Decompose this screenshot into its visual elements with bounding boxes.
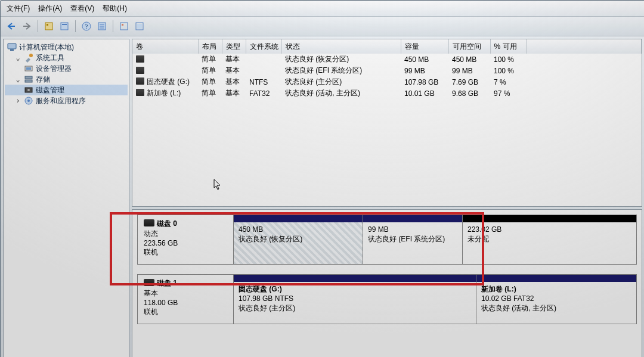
- menu-help[interactable]: 帮助(H): [103, 4, 127, 14]
- partition-status: 状态良好 (主分区): [239, 303, 471, 313]
- volume-cell: 状态良好 (主分区): [281, 76, 401, 88]
- menu-view[interactable]: 查看(V): [70, 4, 94, 14]
- volume-list-header[interactable]: 卷 布局 类型 文件系统 状态 容量 可用空间 % 可用: [132, 39, 642, 54]
- partition-status: 状态良好 (活动, 主分区): [481, 303, 631, 313]
- partition-detail: 107.98 GB NTFS: [239, 294, 471, 303]
- partition-name: 新加卷 (L:): [481, 284, 631, 294]
- volume-row[interactable]: 固态硬盘 (G:)简单基本NTFS状态良好 (主分区)107.98 GB7.69…: [132, 76, 642, 88]
- svg-rect-17: [25, 80, 32, 82]
- tree-label: 设备管理器: [36, 64, 72, 74]
- volume-row[interactable]: 简单基本状态良好 (EFI 系统分区)99 MB99 MB100 %: [132, 65, 642, 76]
- expand-icon[interactable]: ›: [14, 97, 21, 105]
- disk-0-partition-2[interactable]: 99 MB 状态良好 (EFI 系统分区): [363, 215, 462, 264]
- storage-icon: [24, 74, 33, 84]
- volume-cell: 100 %: [490, 65, 526, 76]
- volume-cell: [526, 65, 642, 76]
- disk-0-info: 磁盘 0 动态 223.56 GB 联机: [138, 215, 234, 264]
- volume-cell: [132, 54, 198, 65]
- col-volume[interactable]: 卷: [132, 39, 198, 54]
- menu-file[interactable]: 文件(F): [7, 4, 30, 14]
- collapse-icon[interactable]: ⌄: [14, 75, 21, 83]
- volume-cell: 107.98 GB: [401, 76, 448, 88]
- col-free[interactable]: 可用空间: [448, 39, 490, 54]
- disk-0-kind: 动态: [144, 229, 227, 239]
- volume-cell: 基本: [222, 65, 246, 76]
- volume-cell: 基本: [222, 88, 246, 99]
- volume-cell: 简单: [198, 88, 222, 99]
- back-button[interactable]: [4, 19, 18, 33]
- volume-cell: 简单: [198, 54, 222, 65]
- volume-row[interactable]: 新加卷 (L:)简单基本FAT32状态良好 (活动, 主分区)10.01 GB9…: [132, 88, 642, 99]
- disk-1-partition-2[interactable]: 新加卷 (L:) 10.02 GB FAT32 状态良好 (活动, 主分区): [476, 275, 636, 324]
- svg-rect-0: [45, 23, 52, 30]
- toolbar-refresh-button[interactable]: [57, 19, 72, 33]
- volume-icon: [136, 55, 144, 63]
- col-percent[interactable]: % 可用: [490, 39, 526, 54]
- disk-0-unallocated[interactable]: 223.02 GB 未分配: [462, 215, 636, 264]
- col-capacity[interactable]: 容量: [401, 39, 448, 54]
- disk-1-partition-1[interactable]: 固态硬盘 (G:) 107.98 GB NTFS 状态良好 (主分区): [234, 275, 476, 324]
- navigation-tree[interactable]: 计算机管理(本地) ⌄ 系统工具 设备管理器 ⌄ 存储 磁盘管理 ›: [3, 39, 129, 357]
- tree-disk-management[interactable]: 磁盘管理: [5, 85, 128, 95]
- volume-cell: 450 MB: [401, 54, 448, 65]
- disk-1-state: 联机: [144, 307, 227, 317]
- forward-button[interactable]: [20, 19, 34, 33]
- toolbar-help-button[interactable]: ?: [79, 19, 94, 33]
- menu-action[interactable]: 操作(A): [38, 4, 62, 14]
- disk-0[interactable]: 磁盘 0 动态 223.56 GB 联机 450 MB 状态良好 (恢复分区): [137, 215, 637, 265]
- col-status[interactable]: 状态: [281, 39, 401, 54]
- col-filesystem[interactable]: 文件系统: [246, 39, 281, 54]
- collapse-icon[interactable]: ⌄: [14, 54, 21, 62]
- device-icon: [24, 64, 33, 73]
- volume-cell: 7.69 GB: [448, 76, 490, 88]
- disk-layout-panel[interactable]: 磁盘 0 动态 223.56 GB 联机 450 MB 状态良好 (恢复分区): [132, 209, 642, 357]
- wrench-icon: [24, 53, 33, 63]
- svg-rect-7: [120, 23, 128, 30]
- disk-1-kind: 基本: [144, 288, 227, 299]
- partition-status: 未分配: [467, 234, 631, 244]
- volume-cell: 状态良好 (活动, 主分区): [281, 88, 401, 99]
- disk-1[interactable]: 磁盘 1 基本 118.00 GB 联机 固态硬盘 (G:) 107.98 GB…: [137, 274, 637, 324]
- tree-device-manager[interactable]: 设备管理器: [5, 63, 128, 74]
- volume-icon: [136, 77, 144, 85]
- tree-services[interactable]: › 服务和应用程序: [5, 95, 128, 106]
- partition-name: 固态硬盘 (G:): [239, 284, 471, 294]
- volume-cell: 10.01 GB: [401, 88, 448, 99]
- tree-storage[interactable]: ⌄ 存储: [5, 74, 128, 85]
- col-layout[interactable]: 布局: [198, 39, 222, 54]
- tree-root[interactable]: 计算机管理(本地): [5, 42, 128, 52]
- volume-cell: 固态硬盘 (G:): [132, 76, 198, 88]
- svg-point-19: [27, 89, 30, 91]
- volume-row[interactable]: 简单基本状态良好 (恢复分区)450 MB450 MB100 %: [132, 54, 642, 65]
- volume-cell: 新加卷 (L:): [132, 88, 198, 99]
- svg-rect-11: [8, 44, 16, 49]
- volume-icon: [136, 67, 144, 74]
- toolbar-extra-1-button[interactable]: [117, 19, 131, 33]
- disk-0-partition-1[interactable]: 450 MB 状态良好 (恢复分区): [234, 215, 363, 264]
- volume-list[interactable]: 卷 布局 类型 文件系统 状态 容量 可用空间 % 可用 简单基本状态良好 (恢…: [132, 39, 642, 207]
- disk-1-title: 磁盘 1: [157, 279, 177, 287]
- toolbar-properties-button[interactable]: [42, 19, 56, 33]
- tree-system-tools[interactable]: ⌄ 系统工具: [5, 52, 128, 63]
- volume-cell: [246, 54, 281, 65]
- col-spacer: [526, 39, 642, 54]
- col-type[interactable]: 类型: [222, 39, 246, 54]
- svg-point-13: [29, 54, 33, 57]
- partition-size: 450 MB: [239, 225, 358, 234]
- svg-text:?: ?: [85, 23, 88, 30]
- svg-rect-15: [26, 67, 31, 70]
- tree-label: 存储: [36, 74, 50, 85]
- disk-1-size: 118.00 GB: [144, 299, 227, 307]
- disk-0-state: 联机: [144, 247, 227, 257]
- volume-cell: 简单: [198, 76, 222, 88]
- toolbar-list-button[interactable]: [95, 19, 109, 33]
- toolbar-extra-2-button[interactable]: [132, 19, 147, 33]
- svg-rect-8: [122, 24, 123, 26]
- svg-rect-1: [47, 24, 48, 26]
- volume-icon: [136, 89, 144, 96]
- toolbar-separator: [75, 20, 76, 32]
- volume-cell: [132, 65, 198, 76]
- volume-cell: 7 %: [490, 76, 526, 88]
- partition-color-bar: [476, 275, 636, 282]
- volume-cell: FAT32: [246, 88, 281, 99]
